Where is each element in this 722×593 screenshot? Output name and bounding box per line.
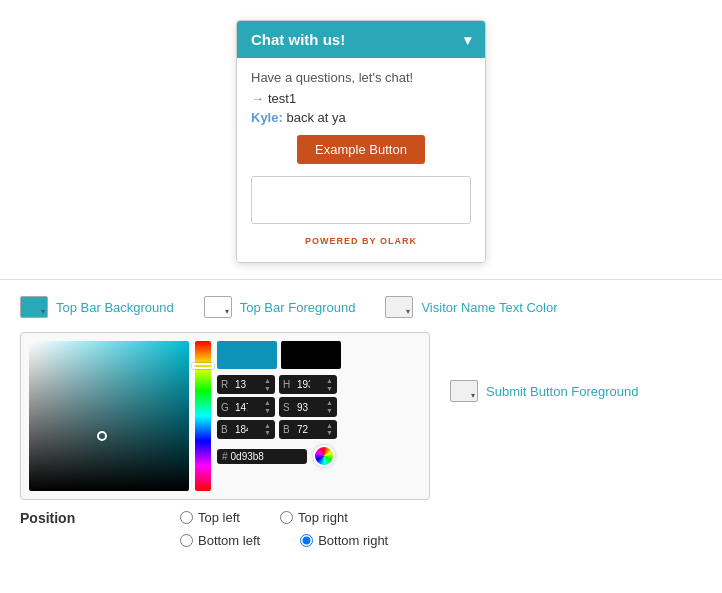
- s-spinner[interactable]: ▲▼: [326, 399, 333, 414]
- bottom-left-label: Bottom left: [198, 533, 260, 548]
- visitor-name-label: Visitor Name Text Color: [421, 300, 557, 315]
- gradient-handle[interactable]: [97, 431, 107, 441]
- hue-strip[interactable]: [195, 341, 211, 491]
- chevron-down-icon: ▾: [464, 32, 471, 48]
- hex-label: #: [222, 451, 228, 462]
- g-spinner[interactable]: ▲▼: [264, 399, 271, 414]
- input-row-bb: B ▲▼ B ▲▼: [217, 420, 341, 439]
- r-label: R: [221, 379, 233, 390]
- bottom-right-label: Bottom right: [318, 533, 388, 548]
- top-left-option[interactable]: Top left: [180, 510, 240, 525]
- position-title: Position: [20, 510, 140, 526]
- visitor-name-item: ▾ Visitor Name Text Color: [385, 296, 557, 318]
- bottom-right-radio[interactable]: [300, 534, 313, 547]
- top-bar-fg-label: Top Bar Foreground: [240, 300, 356, 315]
- g-input[interactable]: [235, 402, 263, 413]
- chat-preview-area: Chat with us! ▾ Have a questions, let's …: [0, 0, 722, 263]
- color-preview-row: [217, 341, 341, 369]
- preview-box-teal: [217, 341, 277, 369]
- swatch-chevron-icon: ▾: [41, 308, 45, 316]
- r-input-group: R ▲▼: [217, 375, 275, 394]
- chat-kyle-message: Kyle: back at ya: [251, 110, 471, 125]
- hue-handle[interactable]: [192, 363, 214, 369]
- h-input[interactable]: [297, 379, 325, 390]
- top-left-radio[interactable]: [180, 511, 193, 524]
- b2-label: B: [283, 424, 295, 435]
- chat-header[interactable]: Chat with us! ▾: [237, 21, 485, 58]
- visitor-name-swatch[interactable]: ▾: [385, 296, 413, 318]
- b2-input-group: B ▲▼: [279, 420, 337, 439]
- top-bar-fg-item: ▾ Top Bar Foreground: [204, 296, 356, 318]
- chat-input-field[interactable]: [251, 176, 471, 224]
- top-bar-fg-swatch[interactable]: ▾: [204, 296, 232, 318]
- h-input-group: H ▲▼: [279, 375, 337, 394]
- swatch-chevron-icon4: ▾: [471, 392, 475, 400]
- top-bar-bg-label: Top Bar Background: [56, 300, 174, 315]
- rgb-hsb-inputs: R ▲▼ H ▲▼ G ▲▼ S: [217, 341, 341, 467]
- swatch-chevron-icon2: ▾: [225, 308, 229, 316]
- b2-spinner[interactable]: ▲▼: [326, 422, 333, 437]
- hex-input-group: #: [217, 449, 307, 464]
- submit-btn-fg-label: Submit Button Foreground: [486, 384, 638, 399]
- s-input[interactable]: [297, 402, 325, 413]
- bottom-left-option[interactable]: Bottom left: [180, 533, 260, 548]
- color-wheel-button[interactable]: [313, 445, 335, 467]
- hex-input[interactable]: [231, 451, 286, 462]
- s-label: S: [283, 402, 295, 413]
- chat-example-button[interactable]: Example Button: [297, 135, 425, 164]
- submit-btn-fg-item: ▾ Submit Button Foreground: [450, 380, 638, 402]
- top-right-radio[interactable]: [280, 511, 293, 524]
- chat-kyle-label: Kyle:: [251, 110, 283, 125]
- top-left-label: Top left: [198, 510, 240, 525]
- chat-arrow-message: →test1: [251, 91, 471, 106]
- top-right-label: Top right: [298, 510, 348, 525]
- position-section: Position Top left Top right Bottom left …: [0, 510, 722, 548]
- r-spinner[interactable]: ▲▼: [264, 377, 271, 392]
- top-bar-bg-item: ▾ Top Bar Background: [20, 296, 174, 318]
- s-input-group: S ▲▼: [279, 397, 337, 416]
- color-section: ▾ Top Bar Background ▾ Top Bar Foregroun…: [0, 280, 722, 510]
- submit-btn-fg-swatch[interactable]: ▾: [450, 380, 478, 402]
- r-input[interactable]: [235, 379, 263, 390]
- h-spinner[interactable]: ▲▼: [326, 377, 333, 392]
- hex-row: #: [217, 445, 341, 467]
- chat-widget: Chat with us! ▾ Have a questions, let's …: [236, 20, 486, 263]
- bottom-left-radio[interactable]: [180, 534, 193, 547]
- chat-powered-by: POWERED BY OLARK: [251, 232, 471, 254]
- position-row-top: Top left Top right: [180, 510, 388, 525]
- bottom-right-option[interactable]: Bottom right: [300, 533, 388, 548]
- chat-body: Have a questions, let's chat! →test1 Kyl…: [237, 58, 485, 262]
- position-options: Top left Top right Bottom left Bottom ri…: [180, 510, 388, 548]
- g-label: G: [221, 402, 233, 413]
- top-right-option[interactable]: Top right: [280, 510, 348, 525]
- position-row-bottom: Bottom left Bottom right: [180, 533, 388, 548]
- chat-kyle-text: back at ya: [286, 110, 345, 125]
- color-picker-panel: R ▲▼ H ▲▼ G ▲▼ S: [20, 332, 430, 500]
- color-row-top: ▾ Top Bar Background ▾ Top Bar Foregroun…: [20, 296, 702, 318]
- b-input-group: B ▲▼: [217, 420, 275, 439]
- arrow-icon: →: [251, 91, 264, 106]
- chat-intro-message: Have a questions, let's chat!: [251, 70, 471, 85]
- h-label: H: [283, 379, 295, 390]
- input-row-rh: R ▲▼ H ▲▼: [217, 375, 341, 394]
- input-row-gs: G ▲▼ S ▲▼: [217, 397, 341, 416]
- preview-box-black: [281, 341, 341, 369]
- gradient-canvas[interactable]: [29, 341, 189, 491]
- g-input-group: G ▲▼: [217, 397, 275, 416]
- b-input[interactable]: [235, 424, 263, 435]
- swatch-chevron-icon3: ▾: [406, 308, 410, 316]
- b-spinner[interactable]: ▲▼: [264, 422, 271, 437]
- b-label: B: [221, 424, 233, 435]
- chat-header-title: Chat with us!: [251, 31, 345, 48]
- top-bar-bg-swatch[interactable]: ▾: [20, 296, 48, 318]
- b2-input[interactable]: [297, 424, 325, 435]
